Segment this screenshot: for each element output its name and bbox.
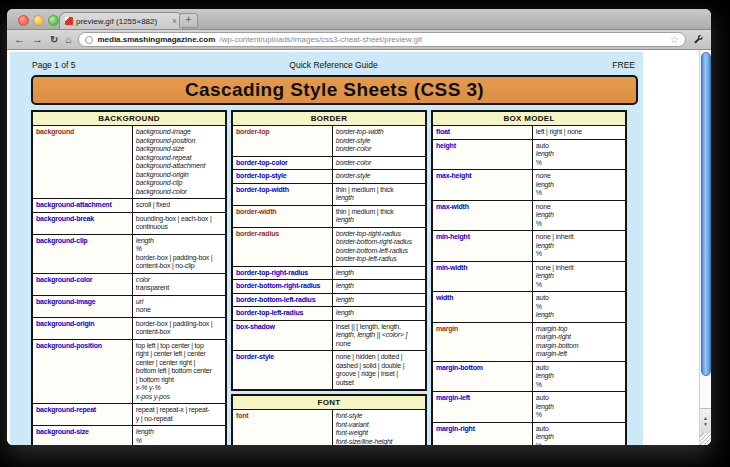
reload-icon[interactable]: ↻ [50,34,58,45]
css-property-values: colortransparent [133,274,225,295]
table-row: border-stylenone | hidden | dotted |dash… [233,351,425,389]
value-line: inset || [ length, length, [336,323,422,332]
resize-grip[interactable] [700,433,711,445]
table-row: background-sizelength%auto | cover | con… [33,426,225,445]
cheatsheet-table: FONTfontfont-stylefont-variantfont-weigh… [231,394,427,445]
browser-tab[interactable]: preview.gif (1255×882) × [59,12,183,29]
table-column-3: BOX MODELfloatleft | right | noneheighta… [431,110,627,445]
value-line: % [536,303,622,312]
css-property-name: background [33,126,133,198]
value-line: border-top-width [336,128,422,137]
window-close-button[interactable] [18,15,29,26]
value-line: border-top-right-radius [336,230,422,239]
css-property-values: none | inheritlength% [533,231,625,261]
table-row: border-radiusborder-top-right-radiusbord… [233,228,425,267]
css-property-values: autolength% [533,423,625,446]
css-property-values: none | inheritlength% [533,262,625,292]
page-number: Page 1 of 5 [32,60,183,70]
window-minimize-button[interactable] [33,15,44,26]
home-icon[interactable]: ⌂ [65,34,71,45]
css-property-name: border-bottom-right-radius [233,280,333,293]
css-property-values: border-top-right-radiusborder-bottom-rig… [333,228,425,266]
css-property-name: background-clip [33,235,133,273]
tab-close-icon[interactable]: × [172,17,177,26]
forward-icon[interactable]: → [32,34,43,45]
value-line: length [336,309,422,318]
css-property-name: background-color [33,274,133,295]
value-line: | bottom right [136,376,222,385]
window-zoom-button[interactable] [48,15,59,26]
table-row: min-widthnone | inheritlength% [433,262,625,293]
table-row: border-top-left-radiuslength [233,307,425,321]
scrollbar-thumb[interactable] [701,52,711,376]
value-line: background-image [136,128,222,137]
table-row: background-positiontop left | top center… [33,340,225,405]
value-line: auto [536,364,622,373]
value-line: dashed | solid | double | [336,362,422,371]
css-property-name: border-top-left-radius [233,307,333,320]
table-row: border-top-styleborder-style [233,170,425,184]
css-property-name: width [433,292,533,322]
value-line: font-size/line-height [336,438,422,446]
css-property-name: border-bottom-left-radius [233,294,333,307]
scroll-down-icon[interactable]: ▼ [703,422,708,427]
value-line: length [336,269,422,278]
value-line: border-bottom-right-radius [336,238,422,247]
css-property-values: length [333,307,425,320]
css-property-name: background-origin [33,318,133,339]
browser-window: preview.gif (1255×882) × + ← → ↻ ⌂ media… [7,9,711,445]
wrench-menu-icon[interactable] [693,34,704,45]
css-property-values: nonelength% [533,201,625,231]
value-line: auto [536,142,622,151]
value-line: length [536,181,622,190]
value-line: border-bottom-left-radius [336,247,422,256]
cheatsheet-image[interactable]: Page 1 of 5 Quick Reference Guide FREE C… [10,52,643,445]
value-line: bottom left | bottom center [136,367,222,376]
table-row: background-breakbounding-box | each-box … [33,213,225,235]
table-row: min-heightnone | inheritlength% [433,231,625,262]
bookmark-star-icon[interactable]: ☆ [670,34,679,45]
value-line: % [536,250,622,259]
value-line: transparent [136,284,222,293]
value-line: background-position [136,137,222,146]
table-row: max-widthnonelength% [433,201,625,232]
browser-viewport: Page 1 of 5 Quick Reference Guide FREE C… [7,50,711,445]
url-path: /wp-content/uploads/images/css3-cheat-sh… [219,35,666,44]
value-line: x-% y-% [136,384,222,393]
css-property-name: min-width [433,262,533,292]
css-property-name: margin-left [433,392,533,422]
tab-title: preview.gif (1255×882) [76,17,169,26]
css-property-name: background-break [33,213,133,234]
new-tab-button[interactable]: + [179,13,198,28]
value-line: font-variant [336,421,422,430]
css-property-values: border-box | padding-box |content-box [133,318,225,339]
css-property-values: border-top-widthborder-styleborder-color [333,126,425,156]
table-row: margin-rightautolength% [433,423,625,446]
table-row: margin-leftautolength% [433,392,625,423]
css-property-name: float [433,126,533,139]
value-line: auto [536,425,622,434]
value-line: border-color [336,145,422,154]
value-line: none [336,340,422,349]
table-row: background-imageurlnone [33,296,225,318]
css-property-values: top left | top center | topright | cente… [133,340,225,404]
back-icon[interactable]: ← [14,34,25,45]
page-info-icon[interactable] [85,36,93,44]
value-line: none [536,172,622,181]
value-line: length [536,433,622,442]
value-line: none | inherit [536,264,622,273]
table-section-header: BACKGROUND [33,112,225,126]
css-property-name: background-size [33,426,133,445]
css-property-values: auto%length [533,292,625,322]
value-line: repeat | repeat-x | repeat- [136,406,222,415]
vertical-scrollbar[interactable]: ▲ ▼ [699,50,711,445]
value-line: none [536,203,622,212]
css-property-values: margin-topmargin-rightmargin-bottommargi… [533,323,625,361]
address-bar[interactable]: media.smashingmagazine.com /wp-content/u… [78,32,686,47]
table-row: background-repeatrepeat | repeat-x | rep… [33,404,225,426]
value-line: content-box [136,328,222,337]
value-line: % [536,159,622,168]
scroll-up-icon[interactable]: ▲ [703,416,708,421]
css-property-name: box-shadow [233,321,333,351]
value-line: length [136,428,222,437]
